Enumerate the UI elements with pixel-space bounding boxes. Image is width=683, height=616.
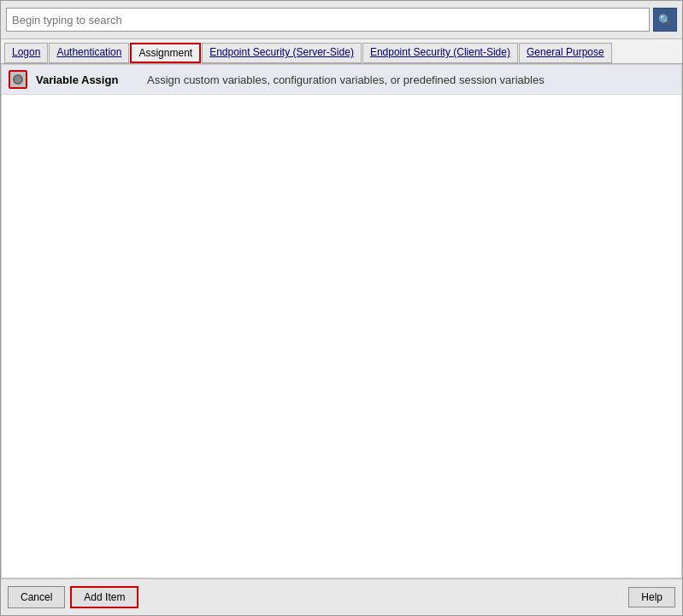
tabs-bar: LogonAuthenticationAssignmentEndpoint Se…	[1, 39, 682, 64]
footer: Cancel Add Item Help	[1, 578, 682, 615]
dialog: 🔍 LogonAuthenticationAssignmentEndpoint …	[0, 0, 683, 616]
tab-endpoint-server[interactable]: Endpoint Security (Server-Side)	[202, 43, 362, 63]
search-input[interactable]	[6, 8, 650, 32]
tab-authentication[interactable]: Authentication	[49, 43, 129, 63]
tab-assignment[interactable]: Assignment	[130, 43, 201, 63]
search-bar: 🔍	[1, 1, 682, 39]
tab-endpoint-client[interactable]: Endpoint Security (Client-Side)	[362, 43, 518, 63]
content-area: Variable AssignAssign custom variables, …	[1, 64, 682, 578]
item-description: Assign custom variables, configuration v…	[147, 73, 674, 86]
add-item-button[interactable]: Add Item	[70, 586, 138, 608]
item-icon	[9, 70, 27, 89]
item-row[interactable]: Variable AssignAssign custom variables, …	[2, 65, 681, 95]
item-name: Variable Assign	[36, 73, 138, 86]
help-button[interactable]: Help	[628, 587, 675, 607]
search-button[interactable]: 🔍	[653, 8, 677, 32]
search-icon: 🔍	[658, 14, 672, 26]
tab-logon[interactable]: Logon	[4, 43, 48, 63]
footer-left: Cancel Add Item	[8, 586, 138, 608]
item-icon-inner	[13, 74, 23, 85]
tab-general-purpose[interactable]: General Purpose	[519, 43, 612, 63]
cancel-button[interactable]: Cancel	[8, 586, 65, 608]
